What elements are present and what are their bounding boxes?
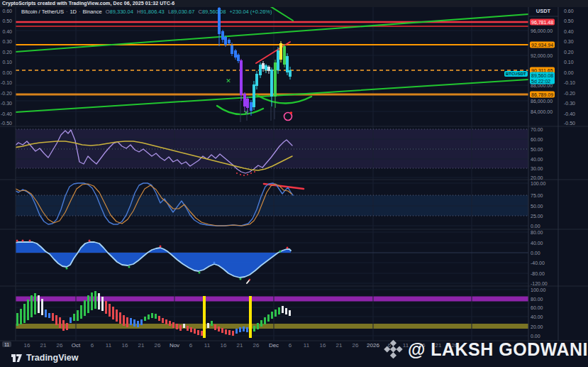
price-scale-tick: 80.00 xyxy=(531,297,543,302)
time-axis-tick: Dec xyxy=(269,342,279,349)
price-scale-tick: 30.00 xyxy=(531,166,543,171)
left-scale-tick: 0.00 xyxy=(2,70,12,75)
time-axis-tick: 2026 xyxy=(367,342,379,349)
price-scale-tick: 70.00 xyxy=(531,127,543,132)
time-axis-tick: 11 xyxy=(204,342,210,349)
price-scale-tick: 92,000.00 xyxy=(531,53,553,58)
left-scale-tick: -0.50 xyxy=(1,121,12,126)
price-scale-tick: 96,000.00 xyxy=(531,28,553,33)
price-scale-tick: -120.00 xyxy=(531,281,548,286)
price-scale-tick: 100.00 xyxy=(531,287,545,292)
time-axis-tick: 26 xyxy=(155,342,161,349)
outer-scale-tick: -0.50 xyxy=(564,121,575,126)
price-scale-tick: 20.00 xyxy=(531,175,543,180)
price-scale-tick: 84,000.00 xyxy=(531,109,553,114)
top-status-bar: CryptoScripts created with TradingView.c… xyxy=(0,0,588,7)
outer-scale-tick: 0.60 xyxy=(564,9,574,13)
price-scale-tick: 60.00 xyxy=(531,137,543,142)
histogram-pane[interactable] xyxy=(16,286,528,341)
outer-scale-tick: 0.00 xyxy=(564,70,574,75)
time-axis-tick: 21 xyxy=(237,342,243,349)
time-axis-tick: 16 xyxy=(221,342,227,349)
left-scale-tick: -0.30 xyxy=(1,101,12,106)
price-label-demand: 86,789.09 xyxy=(530,92,555,98)
time-axis-tick: 21 xyxy=(138,342,145,349)
price-scale-tick: 40.00 xyxy=(531,157,543,162)
time-axis-tick: 6 xyxy=(289,342,292,349)
bar-countdown: 5d 22:02 xyxy=(531,78,553,84)
price-label-current: 89,560.08 5d 22:02 xyxy=(530,72,555,84)
outer-scale-tick: 0.20 xyxy=(564,50,574,55)
time-axis-highlight: 11 xyxy=(2,341,11,347)
price-scale-tick: 0.00 xyxy=(531,224,540,229)
price-scale-tick: 0.00 xyxy=(531,251,540,256)
outer-scale-tick: -0.30 xyxy=(564,101,575,106)
current-price: 89,560.08 xyxy=(531,72,553,78)
price-scale-tick: 60.00 xyxy=(531,305,543,310)
time-axis-tick: 11 xyxy=(304,342,309,349)
price-scale-tick: 20.00 xyxy=(531,324,543,329)
outer-scale-tick: -0.20 xyxy=(564,91,575,96)
tradingview-brand-text: TradingView xyxy=(26,353,78,363)
momentum-pane[interactable] xyxy=(16,229,528,286)
price-scale-tick: 86,000.00 xyxy=(531,99,553,104)
left-value-scale[interactable]: 0.600.500.400.300.200.100.00-0.10-0.20-0… xyxy=(0,0,13,128)
price-scale-tick: 75.00 xyxy=(531,193,543,198)
watermark: @ LAKSH GODWANI xyxy=(383,334,588,365)
outer-scale-tick: 0.10 xyxy=(564,60,574,65)
time-axis-tick: 26 xyxy=(353,342,359,349)
price-scale-tick: 50.00 xyxy=(531,204,543,209)
tradingview-logo-icon xyxy=(11,352,23,363)
price-label-supply: 92,934.94 xyxy=(530,42,555,48)
diamond-logo-icon xyxy=(383,335,404,363)
price-scale[interactable]: USDT 96,781.48 92,934.94 90,311.65 89,56… xyxy=(529,0,558,351)
time-axis-tick: 6 xyxy=(91,342,94,349)
outer-scale-tick: -0.10 xyxy=(564,80,575,85)
price-scale-tick: 50.00 xyxy=(531,147,543,152)
left-scale-tick: -0.20 xyxy=(1,91,12,96)
left-scale-tick: -0.10 xyxy=(1,80,12,85)
outer-right-value-scale[interactable]: 0.600.500.400.300.200.100.00-0.10-0.20-0… xyxy=(561,0,588,128)
chart-caption: CryptoScripts created with TradingView.c… xyxy=(2,1,174,6)
time-axis-tick: 11 xyxy=(106,342,111,349)
price-scale-tick: 100.00 xyxy=(531,181,545,186)
price-scale-tick: -80.00 xyxy=(531,271,545,276)
price-scale-tick: 40.00 xyxy=(531,241,543,246)
left-scale-tick: 0.60 xyxy=(2,9,12,13)
left-scale-tick: 0.20 xyxy=(2,50,12,55)
price-label-resistance: 96,781.48 xyxy=(530,19,555,26)
price-scale-currency[interactable]: USDT xyxy=(529,8,558,14)
price-pane[interactable] xyxy=(16,7,528,126)
tradingview-logo[interactable]: TradingView xyxy=(11,351,78,364)
stochastic-pane[interactable] xyxy=(16,180,528,229)
time-axis-tick: 16 xyxy=(24,342,30,349)
time-axis-tick: 16 xyxy=(122,342,128,349)
time-axis-tick: 6 xyxy=(189,342,192,349)
left-scale-tick: 0.50 xyxy=(2,18,12,23)
time-axis-tick: 21 xyxy=(40,342,47,349)
rsi-pane[interactable] xyxy=(16,126,528,180)
time-axis-tick: Nov xyxy=(170,342,179,349)
time-axis-tick: 21 xyxy=(336,342,343,349)
price-scale-tick: 25.00 xyxy=(531,214,543,219)
time-axis-tick: Oct xyxy=(72,342,80,349)
watermark-handle: @ LAKSH GODWANI xyxy=(408,339,588,360)
left-scale-tick: -0.40 xyxy=(1,111,12,116)
left-scale-tick: 0.10 xyxy=(2,60,12,65)
price-scale-tick: -40.00 xyxy=(531,261,545,265)
price-scale-tick: 40.00 xyxy=(531,314,543,319)
outer-scale-tick: 0.40 xyxy=(564,29,574,34)
outer-scale-tick: 0.50 xyxy=(564,18,574,23)
time-axis-tick: 26 xyxy=(253,342,260,349)
time-axis-tick: 26 xyxy=(57,342,63,349)
price-scale-tick: 80.00 xyxy=(531,230,543,235)
time-axis-tick: 16 xyxy=(320,342,326,349)
left-scale-tick: 0.30 xyxy=(2,39,12,44)
left-scale-tick: 0.40 xyxy=(2,29,12,34)
outer-scale-tick: 0.30 xyxy=(564,39,574,44)
tradingview-chart-window: ✕✕ CryptoScripts created with TradingVie… xyxy=(0,0,588,367)
outer-scale-tick: -0.40 xyxy=(564,111,575,116)
